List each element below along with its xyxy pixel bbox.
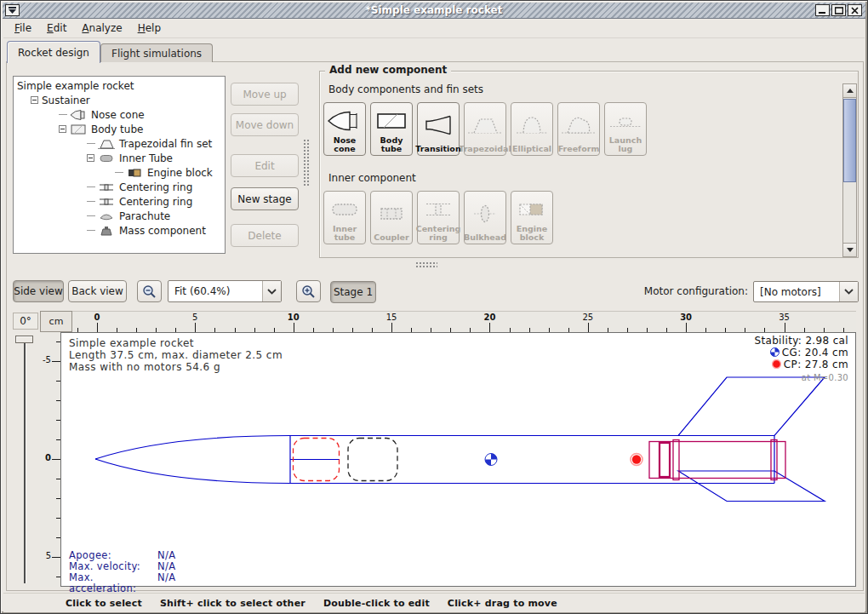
add-freeform-button[interactable]: Freeform bbox=[557, 102, 600, 156]
add-trapezoidal-button[interactable]: Trapezoidal bbox=[464, 102, 506, 156]
tree-item-engine-block[interactable]: Engine block bbox=[14, 165, 225, 180]
close-button[interactable] bbox=[848, 4, 862, 16]
tree-item-body-tube[interactable]: Body tube bbox=[14, 122, 225, 136]
zoom-out-button[interactable] bbox=[137, 280, 162, 302]
menu-file[interactable]: File bbox=[7, 20, 39, 37]
back-view-label: Back view bbox=[71, 285, 123, 297]
cp-legend-icon bbox=[772, 359, 781, 372]
vertical-splitter-handle[interactable] bbox=[303, 139, 309, 186]
ruler-tick bbox=[391, 323, 392, 332]
scrollbar-thumb[interactable] bbox=[843, 99, 856, 182]
add-bulkhead-button[interactable]: Bulkhead bbox=[464, 191, 506, 244]
scroll-down-icon[interactable] bbox=[843, 243, 856, 256]
tab-flight-simulations[interactable]: Flight simulations bbox=[100, 43, 213, 62]
tree-item-trapezoidal-fin-set[interactable]: Trapezoidal fin set bbox=[14, 136, 225, 151]
add-nose-cone-button[interactable]: Nose cone bbox=[323, 102, 366, 156]
ruler-tick-label: 5 bbox=[46, 551, 51, 560]
ruler-tick bbox=[97, 323, 98, 332]
add-component-group: Add new component Body components and fi… bbox=[319, 71, 859, 258]
tree-item-centering-ring[interactable]: Centering ring bbox=[14, 180, 225, 194]
expand-handle-icon[interactable] bbox=[31, 96, 38, 104]
add-launch-lug-button[interactable]: Launch lug bbox=[604, 102, 647, 156]
scroll-up-icon[interactable] bbox=[843, 84, 856, 98]
component-button-label: Trapezoidal bbox=[459, 145, 511, 153]
stability-label: Stability: bbox=[754, 335, 802, 347]
delete-button[interactable]: Delete bbox=[231, 224, 299, 247]
tree-item-centering-ring[interactable]: Centering ring bbox=[14, 194, 225, 209]
motor-combo-chevron-down-icon[interactable] bbox=[839, 282, 858, 301]
tree-item-label: Centering ring bbox=[119, 196, 192, 208]
menu-analyze[interactable]: Analyze bbox=[74, 20, 129, 37]
centering-ring-1-outline bbox=[673, 440, 679, 480]
menu-edit[interactable]: Edit bbox=[39, 20, 74, 37]
tab-rocket-design[interactable]: Rocket design bbox=[7, 41, 100, 63]
move-down-button[interactable]: Move down bbox=[231, 113, 299, 136]
component-scrollbar[interactable] bbox=[842, 83, 857, 257]
tree-item-mass-component[interactable]: Mass component bbox=[14, 223, 225, 238]
component-button-label: Body tube bbox=[372, 136, 411, 154]
expand-handle-icon[interactable] bbox=[87, 154, 94, 162]
nose-cone-icon bbox=[326, 106, 363, 136]
zoom-combo-chevron-down-icon[interactable] bbox=[262, 281, 281, 301]
zoom-in-icon bbox=[301, 284, 316, 299]
rotation-slider-track[interactable] bbox=[24, 336, 26, 583]
new-stage-button[interactable]: New stage bbox=[231, 187, 299, 210]
zoom-in-button[interactable] bbox=[296, 280, 321, 302]
side-view-button[interactable]: Side view bbox=[13, 280, 64, 302]
mass-component-icon bbox=[98, 225, 115, 237]
tree-item-inner-tube[interactable]: Inner Tube bbox=[14, 151, 225, 165]
add-engine-block-button[interactable]: Engine block bbox=[511, 191, 553, 244]
cg-legend-icon bbox=[770, 347, 779, 360]
mach-note: at M=0.30 bbox=[754, 372, 848, 384]
component-row: Nose coneBody tubeTransitionTrapezoidalE… bbox=[323, 102, 647, 156]
add-centering-ring-button[interactable]: Centering ring bbox=[417, 191, 460, 244]
window-menu-icon bbox=[8, 7, 17, 14]
component-button-label: Transition bbox=[415, 145, 460, 153]
back-view-button[interactable]: Back view bbox=[68, 280, 127, 302]
add-elliptical-button[interactable]: Elliptical bbox=[511, 102, 553, 156]
window-menu-button[interactable] bbox=[5, 4, 20, 16]
minimize-button[interactable] bbox=[815, 4, 830, 16]
horizontal-splitter-handle[interactable] bbox=[415, 261, 437, 269]
zoom-level-combo[interactable]: Fit (60.4%) bbox=[168, 280, 282, 302]
tree-connector bbox=[87, 186, 95, 187]
tree-item-simple-example-rocket[interactable]: Simple example rocket bbox=[14, 78, 225, 93]
coupler-icon bbox=[373, 194, 410, 233]
stage-toggle-button[interactable]: Stage 1 bbox=[330, 281, 376, 303]
menu-help[interactable]: Help bbox=[130, 20, 168, 37]
title-bar[interactable]: *Simple example rocket bbox=[3, 3, 865, 19]
component-tree[interactable]: Simple example rocketSustainerNose coneB… bbox=[13, 76, 226, 254]
parachute-icon bbox=[98, 210, 115, 222]
add-coupler-button[interactable]: Coupler bbox=[370, 191, 413, 244]
tree-item-label: Inner Tube bbox=[119, 152, 173, 164]
side-view-label: Side view bbox=[14, 285, 62, 297]
info-line: Length 37.5 cm, max. diameter 2.5 cm bbox=[69, 349, 283, 361]
tree-item-parachute[interactable]: Parachute bbox=[14, 209, 225, 223]
tree-connector bbox=[115, 172, 123, 173]
ruler-tick bbox=[489, 323, 490, 332]
nose-cone-icon bbox=[70, 109, 87, 121]
info-line: Simple example rocket bbox=[69, 337, 283, 349]
ruler-tick bbox=[588, 323, 589, 332]
add-transition-button[interactable]: Transition bbox=[417, 102, 460, 156]
expand-handle-icon[interactable] bbox=[59, 125, 66, 133]
component-button-label: Engine block bbox=[512, 225, 551, 243]
ruler-tick-label: 15 bbox=[383, 313, 400, 322]
maximize-button[interactable] bbox=[831, 4, 846, 16]
motor-configuration-combo[interactable]: [No motors] bbox=[753, 281, 859, 302]
add-inner-tube-button[interactable]: Inner tube bbox=[323, 191, 366, 244]
rotation-slider-handle[interactable] bbox=[15, 336, 33, 343]
ruler-tick bbox=[52, 361, 60, 362]
tree-item-sustainer[interactable]: Sustainer bbox=[14, 93, 225, 107]
component-button-label: Freeform bbox=[558, 145, 600, 153]
edit-button[interactable]: Edit bbox=[231, 154, 299, 177]
rocket-canvas[interactable]: Simple example rocketLength 37.5 cm, max… bbox=[60, 332, 856, 587]
status-hint: Click+ drag to move bbox=[448, 598, 557, 609]
centering-ring-icon bbox=[98, 181, 115, 193]
fin-trapezoid-icon bbox=[98, 138, 115, 150]
zoom-level-value: Fit (60.4%) bbox=[168, 285, 262, 297]
tree-item-nose-cone[interactable]: Nose cone bbox=[14, 107, 225, 122]
move-up-button[interactable]: Move up bbox=[231, 83, 299, 106]
transition-icon bbox=[420, 106, 457, 145]
add-body-tube-button[interactable]: Body tube bbox=[370, 102, 413, 156]
